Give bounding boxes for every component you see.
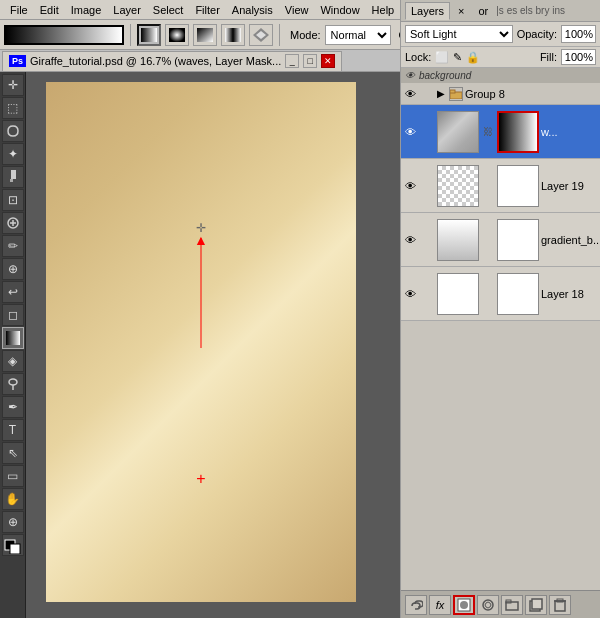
group-layers-btn[interactable] [501,595,523,615]
path-select-btn[interactable]: ⇖ [2,442,24,464]
brush-tool-btn[interactable]: ✏ [2,235,24,257]
group-8-thumb-area: ▶ Group 8 [435,87,600,101]
menu-analysis[interactable]: Analysis [226,2,279,18]
svg-rect-24 [532,599,542,609]
stamp-tool-btn[interactable]: ⊕ [2,258,24,280]
history-brush-btn[interactable]: ↩ [2,281,24,303]
zoom-tool-btn[interactable]: ⊕ [2,511,24,533]
link-layers-btn[interactable] [405,595,427,615]
heal-icon [6,216,20,230]
shape-tool-btn[interactable]: ▭ [2,465,24,487]
gradient-diamond-btn[interactable] [249,24,273,46]
eyedropper-tool-btn[interactable] [2,166,24,188]
delete-layer-btn[interactable] [549,595,571,615]
gradient-angle-btn[interactable] [193,24,217,46]
panel-opacity-input[interactable] [561,25,596,43]
link-icon [409,598,423,612]
adjustment-btn[interactable] [477,595,499,615]
menu-window[interactable]: Window [314,2,365,18]
gradient-linear-btn[interactable] [137,24,161,46]
trash-icon [554,598,566,612]
gradient-reflected-btn[interactable] [221,24,245,46]
layer-19-name: Layer 19 [541,180,598,192]
layer-18-name: Layer 18 [541,288,598,300]
toolbar-separator-2 [279,24,280,46]
folder-icon [450,89,462,99]
doc-minimize-btn[interactable]: _ [285,54,299,68]
group-8-eye[interactable]: 👁 [401,88,419,100]
blend-mode-select[interactable]: Soft Light Normal Multiply Screen Overla… [405,25,513,43]
menu-select[interactable]: Select [147,2,190,18]
svg-rect-15 [10,544,20,554]
lasso-tool-btn[interactable] [2,120,24,142]
fx-btn[interactable]: fx [429,595,451,615]
menu-file[interactable]: File [4,2,34,18]
menu-layer[interactable]: Layer [107,2,147,18]
lock-all-icon[interactable]: 🔒 [466,51,480,64]
blur-tool-btn[interactable]: ◈ [2,350,24,372]
panel-opacity-label: Opacity: [517,28,557,40]
move-tool-btn[interactable]: ✛ [2,74,24,96]
crop-tool-btn[interactable]: ⊡ [2,189,24,211]
mode-select[interactable]: Normal Dissolve Multiply Screen [325,25,391,45]
lock-position-icon[interactable]: ✎ [453,51,462,64]
mask-icon [457,598,471,612]
doc-close-btn[interactable]: ✕ [321,54,335,68]
gradient-b-row[interactable]: 👁 gradient_b... fx [401,213,600,267]
marquee-tool-btn[interactable]: ⬚ [2,97,24,119]
group-folder-icon [449,87,463,101]
group-8-name: Group 8 [465,88,598,100]
hand-tool-btn[interactable]: ✋ [2,488,24,510]
gradient-b-mask [497,219,539,261]
doc-maximize-btn[interactable]: □ [303,54,317,68]
waves-layer-row[interactable]: 👁 ⛓ w... [401,105,600,159]
panel-blend-opacity: Soft Light Normal Multiply Screen Overla… [401,22,600,47]
pen-tool-btn[interactable]: ✒ [2,396,24,418]
document-tab[interactable]: Ps Giraffe_tutorial.psd @ 16.7% (waves, … [2,51,342,71]
layer-19-eye[interactable]: 👁 [401,180,419,192]
waves-eye[interactable]: 👁 [401,126,419,138]
heal-tool-btn[interactable] [2,212,24,234]
document-canvas[interactable]: ▲ ✛ + [46,82,356,602]
paths-tab[interactable]: or [472,2,494,20]
mode-label: Mode: [290,29,321,41]
svg-rect-6 [11,170,16,179]
layer-18-eye[interactable]: 👁 [401,288,419,300]
main-area: ✛ ⬚ ✦ ⊡ ✏ ⊕ ↩ ◻ ◈ ✒ T ⇖ ▭ ✋ ⊕ [0,72,600,618]
text-tool-btn[interactable]: T [2,419,24,441]
layer-19-row[interactable]: 👁 Layer 19 [401,159,600,213]
layer-list: 👁 background 👁 ▶ Group 8 👁 [401,68,600,590]
group-expand-icon[interactable]: ▶ [437,88,445,99]
menu-edit[interactable]: Edit [34,2,65,18]
dodge-tool-btn[interactable] [2,373,24,395]
wand-tool-btn[interactable]: ✦ [2,143,24,165]
menu-filter[interactable]: Filter [189,2,225,18]
layer-18-mask [497,273,539,315]
waves-mask-thumb[interactable] [497,111,539,153]
layers-tab[interactable]: Layers [405,2,450,20]
fill-input[interactable] [561,49,596,65]
left-toolbar: ✛ ⬚ ✦ ⊡ ✏ ⊕ ↩ ◻ ◈ ✒ T ⇖ ▭ ✋ ⊕ [0,72,26,618]
gradient-tool-btn[interactable] [2,327,24,349]
background-label: background [419,70,471,81]
menu-help[interactable]: Help [366,2,401,18]
layer-18-row[interactable]: 👁 Layer 18 [401,267,600,321]
gradient-preview[interactable] [4,25,124,45]
eraser-tool-btn[interactable]: ◻ [2,304,24,326]
group-8-row[interactable]: 👁 ▶ Group 8 [401,83,600,105]
channels-tab[interactable]: × [452,2,470,20]
foreground-bg-tool[interactable] [2,534,24,556]
add-mask-btn[interactable] [453,595,475,615]
foreground-bg-icon [4,536,22,554]
toolbar-separator [130,24,131,46]
gradient-radial-btn[interactable] [165,24,189,46]
eye-icon[interactable]: 👁 [405,70,415,81]
menu-image[interactable]: Image [65,2,108,18]
lock-label: Lock: [405,51,431,63]
gradient-b-eye[interactable]: 👁 [401,234,419,246]
angle-gradient-icon [197,28,213,42]
menu-view[interactable]: View [279,2,315,18]
new-layer-btn[interactable] [525,595,547,615]
adjustment-icon [481,598,495,612]
lock-pixels-icon[interactable]: ⬜ [435,51,449,64]
